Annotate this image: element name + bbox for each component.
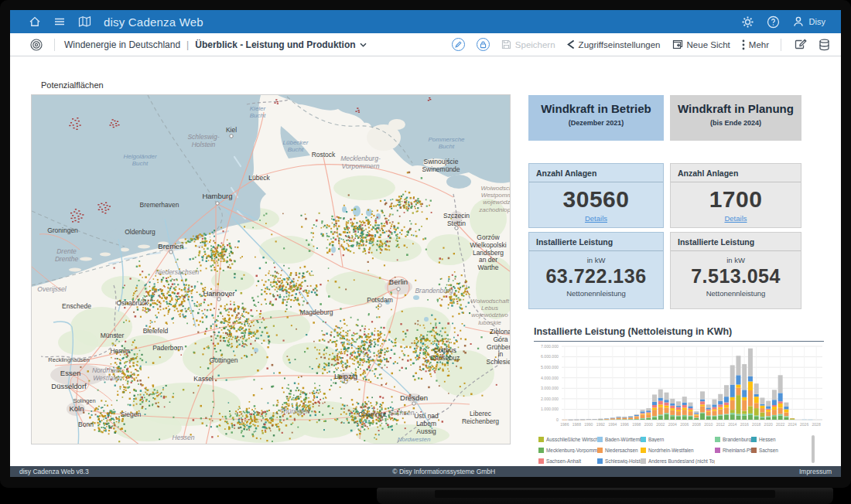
legend-item[interactable]: Nordrhein-Westfalen xyxy=(641,448,715,453)
lock-circle-icon[interactable] xyxy=(477,38,490,51)
anzahl-header: Anzahl Anlagen xyxy=(529,164,663,182)
chart-legend: Ausschließliche WirtschaftszoneBaden-Wür… xyxy=(538,434,811,466)
details-link-planung[interactable]: Details xyxy=(671,214,801,223)
map-label: Mecklenburg- Vorpommern xyxy=(340,155,381,171)
annotation-icon[interactable] xyxy=(795,39,808,50)
leistung-sub-2: Nettonennleistung xyxy=(671,289,801,298)
svg-text:2014: 2014 xyxy=(728,422,737,427)
menu-icon[interactable] xyxy=(53,15,66,28)
svg-text:7.000.000: 7.000.000 xyxy=(541,344,559,349)
map-label: Hamburg xyxy=(202,192,232,201)
map-label: Kieler Bucht xyxy=(250,105,265,119)
legend-swatch xyxy=(641,437,646,442)
legend-label: Mecklenburg-Vorpommern xyxy=(546,448,597,453)
legend-item[interactable]: Rheinland-Pfalz xyxy=(715,448,751,453)
map-label: Kiel xyxy=(226,127,237,135)
breadcrumb-workbook[interactable]: Windenergie in Deutschland xyxy=(64,39,180,50)
details-link-betrieb[interactable]: Details xyxy=(529,214,663,223)
database-icon[interactable] xyxy=(819,39,830,51)
legend-scrollbar[interactable] xyxy=(812,435,815,463)
stacked-bar-chart: 01.000.0002.000.0003.000.0004.000.0005.0… xyxy=(534,342,824,431)
legend-swatch xyxy=(641,448,646,453)
gear-icon[interactable] xyxy=(741,15,754,29)
map-label: Lübecker Bucht xyxy=(283,139,309,153)
edit-circle-icon[interactable] xyxy=(452,38,465,51)
map-label: Osnabrück xyxy=(116,300,148,308)
map-label: Essen xyxy=(60,369,80,378)
app-window: disy Cadenza Web Disy xyxy=(10,10,841,477)
toolbar: Windenergie in Deutschland | Überblick -… xyxy=(10,33,841,56)
help-icon[interactable] xyxy=(767,15,780,29)
legend-swatch xyxy=(538,458,544,464)
legend-item[interactable]: Niedersachsen xyxy=(597,448,641,453)
svg-text:5.000.000: 5.000.000 xyxy=(541,365,559,369)
new-view-button[interactable]: Neue Sicht xyxy=(672,39,730,49)
map-label: Magdeburg xyxy=(299,309,333,317)
map-label: Sachsen xyxy=(388,410,414,417)
breadcrumb-sheet[interactable]: Überblick - Leistung und Produktion xyxy=(195,39,366,50)
map-label: Ústí nad Labem Aussig xyxy=(414,413,439,435)
svg-text:2020: 2020 xyxy=(764,422,773,427)
map-label: Swinoujście Swinemünde xyxy=(422,158,460,174)
legend-item[interactable]: Baden-Württemberg xyxy=(597,437,641,442)
svg-text:2008: 2008 xyxy=(692,422,701,427)
home-icon[interactable] xyxy=(29,15,41,28)
legend-item[interactable]: Schleswig-Holstein xyxy=(597,458,641,464)
map-label: Nordrhein- Westfalen xyxy=(92,367,123,383)
map[interactable]: KielSchleswig- HolsteinKieler BuchtLübec… xyxy=(31,94,511,444)
map-label: Göttingen xyxy=(210,357,238,365)
svg-text:2004: 2004 xyxy=(668,422,677,427)
map-icon[interactable] xyxy=(78,15,91,28)
target-icon[interactable] xyxy=(10,38,54,52)
legend-swatch xyxy=(715,437,720,442)
legend-item[interactable]: Hessen xyxy=(751,437,811,442)
save-icon xyxy=(501,39,511,49)
leistung-unit-2: in kW xyxy=(671,256,801,264)
map-label: Köln xyxy=(69,405,84,414)
card-planung-title: Windkraft in Planung xyxy=(670,102,801,115)
leistung-planung-value: 7.513.054 xyxy=(671,265,801,288)
map-label: Hannover xyxy=(203,290,234,298)
map-label: Szczecin Stettin xyxy=(443,213,470,228)
legend-item[interactable]: Sachsen-Anhalt xyxy=(538,458,597,464)
map-label: Dresden xyxy=(400,394,428,403)
map-label: Siegen xyxy=(121,411,141,419)
card-anzahl-betrieb: Anzahl Anlagen 30560 Details xyxy=(528,163,664,228)
legend-item[interactable]: Brandenburg xyxy=(715,437,751,442)
save-button[interactable]: Speichern xyxy=(501,39,555,49)
map-label: Brandenburg xyxy=(415,288,453,295)
chart-title: Installierte Leistung (Nettoleistung in … xyxy=(534,326,824,342)
legend-item[interactable]: Ausschließliche Wirtschaftszone xyxy=(538,437,597,442)
imprint-link[interactable]: Impressum xyxy=(799,468,832,475)
legend-item[interactable]: Sachsen xyxy=(751,448,811,453)
share-icon xyxy=(567,39,575,49)
map-label: Solingen xyxy=(73,398,95,405)
map-label: Enschede xyxy=(62,303,91,311)
legend-item[interactable]: Anderes Bundesland (nicht Top 3 des Jahr… xyxy=(641,458,715,464)
svg-text:2000: 2000 xyxy=(644,422,653,427)
legend-swatch xyxy=(715,448,720,453)
map-label: Nordwesten xyxy=(398,436,431,443)
user-menu[interactable]: Disy xyxy=(792,15,825,28)
svg-text:2016: 2016 xyxy=(740,422,749,427)
svg-text:2002: 2002 xyxy=(656,422,665,427)
stats-panel: Windkraft in Betrieb (Dezember 2021) Win… xyxy=(528,95,824,466)
new-view-label: Neue Sicht xyxy=(687,40,730,49)
access-settings-button[interactable]: Zugriffseinstellungen xyxy=(567,39,661,49)
breadcrumb: Windenergie in Deutschland | Überblick -… xyxy=(55,39,367,50)
app-version: disy Cadenza Web v8.3 xyxy=(19,468,89,475)
map-label: Schleswig- Holstein xyxy=(187,134,219,149)
legend-swatch xyxy=(751,437,757,442)
map-label: Lübeck xyxy=(248,175,269,182)
legend-item[interactable]: Bayern xyxy=(641,437,715,442)
more-button[interactable]: Mehr xyxy=(742,39,769,50)
map-label: Woiwodsch. Westpomm. wojewódz. zachodnio… xyxy=(479,185,511,213)
svg-text:2026: 2026 xyxy=(800,422,808,427)
svg-text:2.000.000: 2.000.000 xyxy=(541,397,559,401)
svg-text:2018: 2018 xyxy=(752,422,760,427)
map-label: Groningen xyxy=(47,227,78,235)
copyright: © Disy Informationssysteme GmbH xyxy=(392,468,495,475)
leistung-sub: Nettonennleistung xyxy=(529,289,663,298)
legend-item[interactable]: Mecklenburg-Vorpommern xyxy=(538,448,597,453)
legend-swatch xyxy=(641,458,646,464)
